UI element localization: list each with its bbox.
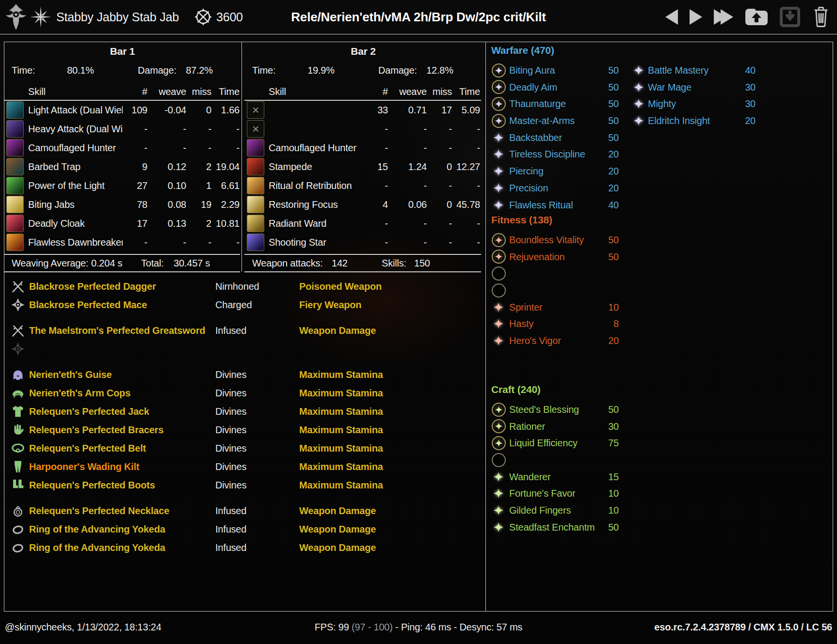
cp-list-right: Battle Mastery40War Mage30Mighty30Eldrit… — [631, 62, 758, 129]
skill-count: - — [123, 233, 147, 252]
skill-name: Camouflaged Hunter — [269, 139, 364, 157]
cp-item: Wanderer15 — [490, 469, 622, 486]
cp-item: Biting Aura50 — [490, 62, 622, 79]
cp-slotted-star-icon — [490, 435, 507, 451]
cp-item-value: 50 — [608, 79, 619, 96]
chest-icon — [11, 404, 25, 419]
cp-empty-circle — [492, 283, 506, 298]
cp-item: Thaumaturge50 — [490, 95, 622, 112]
cp-star-icon — [490, 519, 507, 535]
load-icon[interactable] — [780, 7, 800, 27]
cp-slotted-star-icon — [490, 62, 507, 79]
bar1-panel: Bar 1 Time: 80.1% Damage: 87.2% Skill # … — [4, 42, 241, 272]
time-label: Time: — [252, 65, 275, 76]
cp-item-name: Sprinter — [509, 299, 542, 316]
legs-icon — [11, 459, 25, 474]
gloves-icon — [11, 423, 25, 437]
bar-title: Bar 1 — [4, 46, 241, 57]
helmet-icon — [11, 367, 25, 382]
damage-label: Damage: — [378, 65, 417, 76]
gear-row: Relequen's Perfected BeltDivinesMaximum … — [4, 439, 484, 457]
cp-slot-circle — [492, 80, 506, 94]
gear-trait: Divines — [215, 439, 246, 457]
gear-enchant: Maximum Stamina — [299, 421, 383, 439]
skill-count: - — [123, 120, 147, 139]
damage-value: 87.2% — [171, 65, 227, 76]
cp-star — [493, 149, 504, 159]
skill-time: - — [211, 139, 240, 157]
fps-range: (97 - 100) — [352, 622, 393, 632]
cp-star — [493, 471, 504, 482]
skill-miss: - — [190, 233, 211, 252]
gear-group: Nerien'eth's GuiseDivinesMaximum Stamina… — [4, 365, 484, 494]
skill-row: Flawless Dawnbreaker---- — [4, 233, 241, 252]
class-star-icon — [30, 6, 51, 28]
footer-value: 150 — [414, 258, 430, 269]
cp-item-value: 50 — [608, 112, 619, 129]
combat-metrics-window: Stabby Jabby Stab Jab 3600 Rele/Nerien'e… — [0, 0, 837, 644]
gear-name: Ring of the Advancing Yokeda — [29, 520, 165, 538]
save-icon[interactable] — [745, 7, 768, 27]
skill-row: Radiant Ward---- — [244, 214, 482, 233]
skill-time: - — [452, 120, 480, 139]
cp-star — [493, 132, 504, 143]
gear-row: Harpooner's Wading KiltDivinesMaximum St… — [4, 457, 484, 476]
cp-star — [633, 82, 644, 93]
skill-miss: 2 — [190, 157, 211, 176]
cp-item: Eldritch Insight20 — [631, 112, 758, 129]
cp-item — [490, 452, 622, 469]
skill-row: ✕---- — [244, 120, 482, 139]
cp-item: Fortune's Favor10 — [490, 485, 622, 502]
cp-item-value: 40 — [745, 62, 756, 79]
skill-count: 109 — [123, 101, 147, 120]
cp-item-name: War Mage — [648, 79, 692, 96]
next-fight-icon[interactable] — [690, 9, 702, 25]
cp-item-value: 20 — [608, 180, 619, 197]
cp-slot-circle — [492, 97, 506, 111]
cp-item: Steed's Blessing50 — [490, 401, 622, 418]
cp-item-name: Precision — [509, 180, 548, 197]
gear-row — [4, 340, 484, 358]
skill-miss: 17 — [431, 101, 452, 120]
gear-name: The Maelstrom's Perfected Greatsword — [29, 321, 205, 340]
nav-buttons — [665, 0, 830, 34]
cp-item-value: 75 — [608, 435, 619, 452]
cp-item: War Mage30 — [631, 79, 758, 96]
cp-star — [493, 335, 504, 346]
cp-item-name: Hero's Vigor — [509, 332, 561, 349]
skill-row: Restoring Focus40.06045.78 — [244, 195, 482, 214]
gear-name: Ring of the Advancing Yokeda — [29, 538, 165, 557]
cp-slot-circle — [492, 250, 506, 264]
cp-star-icon — [490, 315, 507, 332]
gear-trait: Divines — [215, 421, 246, 439]
cp-empty-slot-icon — [490, 452, 507, 468]
cp-item-name: Flawless Ritual — [509, 197, 573, 214]
footer-label: Weaving Average: — [12, 258, 88, 269]
skill-count: 78 — [123, 195, 147, 214]
cp-slotted-star-icon — [490, 401, 507, 418]
skill-weave: -0.04 — [149, 101, 186, 120]
gear-enchant: Weapon Damage — [299, 520, 376, 538]
skill-count: - — [364, 233, 388, 252]
cp-list-left: Biting Aura50Deadly Aim50Thaumaturge50Ma… — [490, 62, 622, 213]
cp-item-name: Wanderer — [509, 469, 550, 486]
skill-weave: 0.10 — [149, 176, 186, 195]
gear-enchant: Weapon Damage — [299, 502, 376, 520]
gear-trait: Divines — [215, 457, 246, 476]
gear-name: Nerien'eth's Arm Cops — [29, 384, 130, 402]
previous-fight-icon[interactable] — [665, 9, 678, 25]
cp-empty-circle — [492, 453, 506, 467]
skill-miss: - — [190, 120, 211, 139]
skill-row: Stampede151.24012.27 — [244, 157, 482, 176]
cp-item-value: 50 — [608, 95, 619, 112]
last-fight-icon[interactable] — [714, 9, 733, 25]
cp-star-icon — [490, 146, 507, 162]
skill-row: Camouflaged Hunter---- — [4, 139, 241, 157]
trash-icon[interactable] — [812, 6, 830, 28]
cp-item-name: Rationer — [509, 418, 545, 435]
cp-item: Gilded Fingers10 — [490, 502, 622, 519]
skill-weave: 0.08 — [149, 195, 186, 214]
gear-row: Relequen's Perfected BootsDivinesMaximum… — [4, 476, 484, 494]
cp-item: Mighty30 — [631, 95, 758, 112]
cp-item: Deadly Aim50 — [490, 79, 622, 96]
